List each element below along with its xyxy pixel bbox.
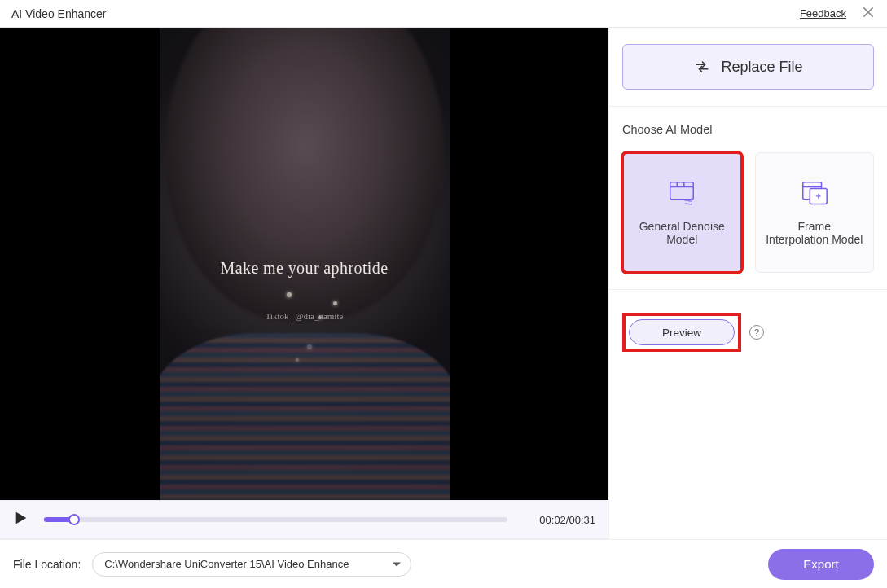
close-button[interactable] [861,7,876,21]
model-card-label: Frame Interpolation Model [766,220,864,246]
timeline-thumb[interactable] [68,514,80,525]
model-card-label: General Denoise Model [633,220,731,246]
export-label: Export [803,557,838,571]
model-grid: General Denoise Model Frame Interpolatio… [622,152,874,273]
play-icon [14,511,29,529]
file-location-label: File Location: [13,558,81,571]
file-location-value: C:\Wondershare UniConverter 15\AI Video … [104,558,349,570]
export-button[interactable]: Export [768,549,874,580]
play-button[interactable] [13,511,29,528]
close-icon [862,6,875,22]
preview-highlight: Preview [622,313,741,352]
preview-label: Preview [662,327,701,339]
titlebar: AI Video Enhancer Feedback [0,0,887,28]
question-icon: ? [754,327,759,337]
app-title: AI Video Enhancer [11,7,107,20]
interpolation-icon [799,179,830,208]
video-preview[interactable]: Make me your aphrotide Tiktok | @dia_nam… [0,28,608,500]
feedback-link[interactable]: Feedback [800,7,846,20]
footer: File Location: C:\Wondershare UniConvert… [0,539,887,588]
choose-model-label: Choose AI Model [622,123,874,136]
model-card-interpolation[interactable]: Frame Interpolation Model [755,152,875,273]
timeline-slider[interactable] [44,517,507,522]
preview-row: Preview ? [622,313,874,352]
playback-controls: 00:02/00:31 [0,500,608,539]
model-card-denoise[interactable]: General Denoise Model [622,152,742,273]
denoise-icon [666,179,697,208]
divider [609,289,887,290]
video-frame: Make me your aphrotide Tiktok | @dia_nam… [160,28,450,500]
replace-file-button[interactable]: Replace File [622,44,874,90]
video-overlay-text: Make me your aphrotide [221,259,389,278]
main-area: Make me your aphrotide Tiktok | @dia_nam… [0,28,887,539]
file-location-select[interactable]: C:\Wondershare UniConverter 15\AI Video … [92,552,411,577]
preview-button[interactable]: Preview [629,319,735,345]
help-button[interactable]: ? [749,325,764,340]
divider [609,106,887,107]
svg-marker-2 [16,512,27,524]
video-area: Make me your aphrotide Tiktok | @dia_nam… [0,28,609,539]
svg-rect-3 [670,182,693,200]
open-folder-button[interactable] [423,555,441,573]
replace-file-label: Replace File [721,59,802,76]
side-panel: Replace File Choose AI Model Gen [609,28,887,539]
video-watermark: Tiktok | @dia_namite [266,311,344,321]
swap-icon [693,58,711,76]
time-label: 00:02/00:31 [522,514,595,526]
